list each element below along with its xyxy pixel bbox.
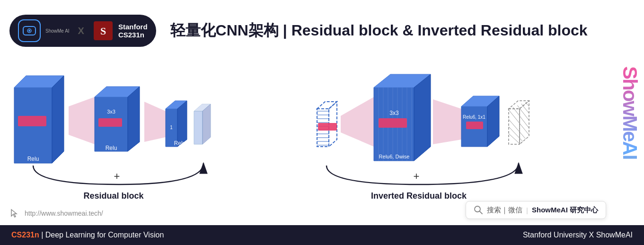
svg-rect-13 — [98, 118, 122, 127]
stanford-logo-icon: S — [93, 20, 114, 41]
svg-text:Relu: Relu — [106, 145, 117, 151]
showmeai-label: ShowMe AI — [45, 28, 70, 34]
svg-rect-54 — [379, 118, 407, 128]
svg-marker-57 — [433, 99, 461, 144]
svg-marker-45 — [414, 74, 431, 161]
diagram-container: Relu 3x3 Relu 1 Relu + Residual block — [0, 59, 616, 201]
cursor-icon — [9, 208, 21, 219]
svg-line-74 — [523, 99, 537, 115]
svg-text:Relu: Relu — [174, 140, 186, 147]
svg-text:Relu6, 1x1: Relu6, 1x1 — [463, 114, 485, 120]
stanford-text: Stanford CS231n — [118, 23, 148, 39]
svg-marker-22 — [194, 111, 203, 144]
bottom-left: CS231n | Deep Learning for Computer Visi… — [11, 231, 164, 239]
search-text: 搜索｜微信 — [487, 206, 522, 215]
search-brand-text: ShowMeAI 研究中心 — [532, 206, 598, 215]
logo-badge: ShowMe AI X S Stanford CS231n — [9, 15, 156, 47]
svg-text:3x3: 3x3 — [107, 109, 115, 114]
search-badge[interactable]: 搜索｜微信 | ShowMeAI 研究中心 — [466, 201, 606, 219]
showmeai-icon — [18, 19, 41, 42]
svg-point-79 — [475, 206, 480, 212]
title-area: 轻量化CNN架构 | Residual block & Inverted Res… — [156, 20, 635, 41]
svg-point-1 — [28, 30, 30, 32]
bottom-right: Stanford University X ShowMeAI — [523, 231, 633, 239]
svg-marker-6 — [52, 76, 64, 163]
main-title: 轻量化CNN架构 | Residual block & Inverted Res… — [170, 20, 635, 41]
svg-marker-16 — [144, 102, 166, 142]
svg-line-68 — [509, 102, 537, 139]
bottom-left-highlight: CS231n — [11, 231, 39, 239]
search-icon — [474, 205, 483, 215]
svg-marker-9 — [69, 97, 95, 144]
svg-text:Relu: Relu — [27, 156, 39, 162]
svg-text:Relu6, Dwise: Relu6, Dwise — [379, 154, 410, 159]
svg-marker-63 — [509, 109, 520, 144]
svg-line-71 — [500, 125, 528, 151]
svg-marker-42 — [341, 97, 374, 147]
showmeai-icon-inner — [23, 26, 36, 35]
svg-text:S: S — [100, 25, 106, 37]
svg-line-72 — [513, 100, 535, 128]
svg-text:+: + — [414, 170, 420, 182]
header: ShowMe AI X S Stanford CS231n 轻量化CNN架构 |… — [0, 0, 644, 61]
bottom-left-text: | Deep Learning for Computer Vision — [41, 231, 164, 239]
bottom-bar: CS231n | Deep Learning for Computer Visi… — [0, 225, 644, 245]
svg-text:3x3: 3x3 — [389, 110, 399, 116]
svg-line-73 — [518, 100, 536, 122]
search-divider: | — [526, 206, 528, 214]
svg-text:1: 1 — [170, 125, 173, 130]
svg-text:Inverted Residual block: Inverted Residual block — [371, 191, 467, 201]
svg-marker-12 — [128, 87, 140, 151]
svg-line-80 — [480, 211, 482, 214]
svg-marker-24 — [203, 104, 211, 144]
url-text: http://www.showmeai.tech/ — [25, 210, 103, 217]
svg-rect-61 — [466, 122, 483, 129]
svg-rect-41 — [318, 123, 337, 131]
svg-text:+: + — [114, 170, 120, 182]
x-separator: X — [78, 26, 84, 36]
svg-text:Residual block: Residual block — [83, 191, 144, 201]
svg-rect-7 — [18, 116, 46, 126]
svg-marker-28 — [317, 102, 337, 109]
url-area: http://www.showmeai.tech/ — [9, 208, 103, 219]
